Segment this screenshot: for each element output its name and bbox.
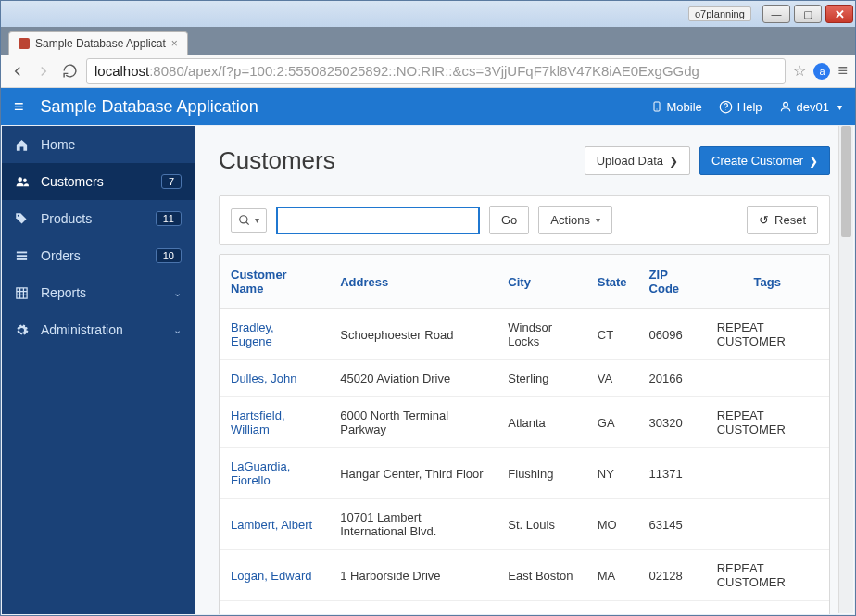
page-title: Customers: [219, 146, 585, 175]
window-maximize-button[interactable]: ▢: [794, 5, 822, 23]
browser-menu-icon[interactable]: ≡: [837, 61, 848, 81]
cell-tags: [706, 448, 829, 499]
sidebar-item-home[interactable]: Home: [2, 126, 195, 163]
sidebar-item-products[interactable]: Products11: [2, 200, 195, 237]
extension-icon[interactable]: a: [813, 63, 830, 80]
cell-state: VA: [586, 360, 638, 397]
customer-name-link[interactable]: Hartsfield, William: [220, 397, 329, 448]
table-row: OHare, Frank10000 West OHareChicagoIL606…: [220, 601, 829, 615]
col-state[interactable]: State: [586, 255, 638, 309]
gear-icon: [15, 323, 30, 337]
chevron-down-icon: ▾: [255, 215, 259, 225]
customers-table: Customer Name Address City State ZIP Cod…: [220, 255, 829, 614]
table-row: Lambert, Albert10701 Lambert Internation…: [220, 499, 829, 550]
col-customer-name[interactable]: Customer Name: [220, 255, 329, 309]
svg-point-6: [23, 179, 27, 182]
cell-address: 6000 North Terminal Parkway: [329, 397, 497, 448]
help-icon: [719, 100, 733, 114]
scrollbar-thumb[interactable]: [841, 126, 851, 237]
cell-zip: 63145: [638, 499, 706, 550]
sidebar-item-label: Orders: [41, 248, 145, 263]
upload-data-button[interactable]: Upload Data ❯: [585, 146, 690, 175]
tag-icon: [15, 212, 30, 226]
tab-title: Sample Database Applicat: [35, 37, 166, 50]
svg-rect-10: [17, 258, 27, 260]
cell-state: MO: [586, 499, 638, 550]
vertical-scrollbar[interactable]: [838, 126, 853, 613]
search-column-selector[interactable]: ▾: [231, 208, 267, 233]
search-input[interactable]: [276, 207, 480, 234]
chevron-down-icon: ▾: [596, 215, 600, 225]
sidebar-item-orders[interactable]: Orders10: [2, 237, 195, 274]
col-address[interactable]: Address: [329, 255, 497, 309]
browser-tab[interactable]: Sample Database Applicat ×: [8, 31, 188, 55]
user-menu[interactable]: dev01: [779, 100, 842, 114]
chevron-right-icon: ❯: [809, 155, 818, 168]
window-close-button[interactable]: ✕: [825, 5, 853, 23]
favicon-icon: [19, 38, 30, 49]
col-tags[interactable]: Tags: [706, 255, 829, 309]
sidebar: HomeCustomers7Products11Orders10Reports⌄…: [2, 126, 195, 614]
list-icon: [15, 249, 30, 263]
cell-zip: 60666: [638, 601, 706, 615]
sidebar-item-reports[interactable]: Reports⌄: [2, 274, 195, 311]
sidebar-item-customers[interactable]: Customers7: [2, 163, 195, 200]
cell-address: Schoephoester Road: [329, 309, 497, 360]
bookmark-star-icon[interactable]: ☆: [793, 62, 806, 80]
sidebar-item-label: Administration: [41, 322, 162, 337]
window-minimize-button[interactable]: —: [762, 5, 790, 23]
home-icon: [15, 138, 30, 152]
cell-address: 1 Harborside Drive: [329, 550, 497, 601]
sidebar-item-administration[interactable]: Administration⌄: [2, 311, 195, 348]
actions-menu-button[interactable]: Actions ▾: [538, 206, 612, 234]
create-customer-button[interactable]: Create Customer ❯: [699, 146, 830, 175]
back-button[interactable]: [8, 62, 27, 81]
url-path: :8080/apex/f?p=100:2:5550825025892::NO:R…: [149, 63, 699, 79]
help-link[interactable]: Help: [719, 100, 762, 114]
cell-tags: [706, 601, 829, 615]
customer-name-link[interactable]: LaGuardia, Fiorello: [220, 448, 329, 499]
customer-name-link[interactable]: Dulles, John: [220, 360, 329, 397]
go-button[interactable]: Go: [489, 206, 529, 234]
forward-button[interactable]: [34, 62, 53, 81]
address-bar[interactable]: localhost:8080/apex/f?p=100:2:5550825025…: [86, 58, 786, 84]
cell-zip: 02128: [638, 550, 706, 601]
cell-city: Atlanta: [497, 397, 585, 448]
cell-state: IL: [586, 601, 638, 615]
cell-address: Hangar Center, Third Floor: [329, 448, 497, 499]
cell-zip: 11371: [638, 448, 706, 499]
main-content: Customers Upload Data ❯ Create Customer …: [195, 126, 854, 614]
customer-name-link[interactable]: Logan, Edward: [220, 550, 329, 601]
col-zip[interactable]: ZIP Code: [638, 255, 706, 309]
browser-tabstrip: Sample Database Applicat ×: [1, 27, 855, 55]
cell-address: 10000 West OHare: [329, 601, 497, 615]
col-city[interactable]: City: [497, 255, 585, 309]
app-title: Sample Database Application: [41, 97, 635, 117]
window-titlebar: o7planning — ▢ ✕: [1, 1, 855, 27]
cell-address: 45020 Aviation Drive: [329, 360, 497, 397]
search-icon: [238, 214, 251, 227]
sidebar-badge: 10: [156, 248, 182, 263]
mobile-link[interactable]: Mobile: [651, 99, 702, 114]
window-app-tag: o7planning: [688, 6, 751, 21]
undo-icon: ↺: [759, 213, 769, 227]
svg-point-4: [783, 102, 787, 107]
app-topbar: ≡ Sample Database Application Mobile Hel…: [1, 88, 855, 125]
customer-name-link[interactable]: OHare, Frank: [220, 601, 329, 615]
cell-city: East Boston: [497, 550, 585, 601]
cell-city: Sterling: [497, 360, 585, 397]
svg-point-7: [18, 214, 19, 216]
table-row: Dulles, John45020 Aviation DriveSterling…: [220, 360, 829, 397]
chevron-right-icon: ❯: [669, 155, 678, 168]
reset-button[interactable]: ↺ Reset: [747, 206, 818, 234]
reload-button[interactable]: [60, 62, 79, 81]
customers-table-region: Customer Name Address City State ZIP Cod…: [219, 254, 830, 614]
url-host: localhost: [94, 63, 149, 79]
svg-rect-9: [17, 255, 27, 257]
app-menu-icon[interactable]: ≡: [14, 97, 24, 117]
customer-name-link[interactable]: Bradley, Eugene: [220, 309, 329, 360]
cell-state: GA: [586, 397, 638, 448]
svg-rect-11: [17, 287, 27, 297]
customer-name-link[interactable]: Lambert, Albert: [220, 499, 329, 550]
tab-close-icon[interactable]: ×: [171, 37, 178, 50]
